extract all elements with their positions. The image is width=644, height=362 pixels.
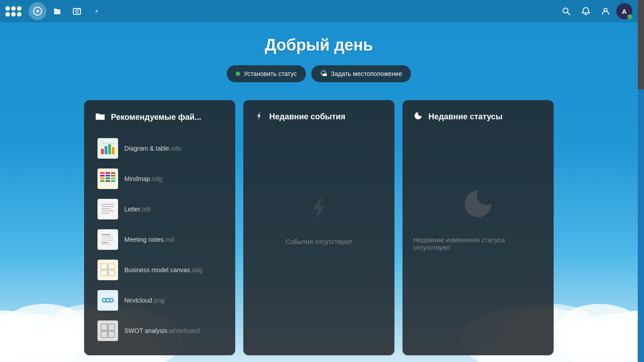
logo-dot-5 <box>11 12 16 17</box>
file-item-meeting[interactable]: Meeting notes.md <box>95 226 225 253</box>
file-thumb-swot <box>97 320 118 341</box>
contacts-btn[interactable] <box>597 2 614 20</box>
file-name-business: Business model canvas.odg <box>124 266 202 274</box>
svg-rect-24 <box>108 144 111 154</box>
file-item-letter[interactable]: Letter.odt <box>95 195 225 223</box>
logo-dot-4 <box>5 12 10 17</box>
lightning-icon <box>254 111 264 123</box>
file-name-swot: SWOT analysis.whiteboard <box>124 327 200 334</box>
file-item-nextcloud[interactable]: Nextcloud.png <box>95 286 225 314</box>
events-header: Недавние события <box>254 111 384 123</box>
nav-files-btn[interactable] <box>48 2 66 20</box>
svg-rect-45 <box>102 213 110 214</box>
logo-dot-1 <box>5 6 10 11</box>
file-item-ods[interactable]: Diagram & table.ods <box>95 135 225 162</box>
nav-dashboard-btn[interactable] <box>29 2 47 20</box>
svg-rect-49 <box>102 238 113 239</box>
file-item-swot[interactable]: SWOT analysis.whiteboard <box>95 317 225 345</box>
logo[interactable] <box>5 6 21 17</box>
search-icon <box>562 7 571 16</box>
recommended-header: Рекомендуемые фай... <box>95 111 225 124</box>
svg-rect-67 <box>99 322 116 339</box>
nav-photos-btn[interactable] <box>68 2 86 20</box>
svg-point-16 <box>79 9 80 10</box>
file-ext-swot: .whiteboard <box>167 327 199 334</box>
svg-rect-46 <box>99 231 116 248</box>
file-ext-business: .odg <box>190 266 202 274</box>
logo-dot-3 <box>17 6 21 11</box>
events-empty-text: События отсутствуют <box>285 238 352 245</box>
status-buttons-group: Установить статус 🌤 Задать местоположени… <box>227 65 411 82</box>
svg-rect-43 <box>102 208 111 209</box>
nav-icons <box>29 2 106 20</box>
file-ext-letter: .odt <box>140 206 150 213</box>
recommended-files-card: Рекомендуемые фай... <box>84 100 235 355</box>
svg-rect-30 <box>100 177 105 179</box>
svg-point-13 <box>36 10 39 13</box>
file-name-meeting: Meeting notes.md <box>124 236 174 243</box>
file-ext-meeting: .md <box>164 236 174 243</box>
nav-right: A <box>557 2 632 20</box>
cards-row: Рекомендуемые фай... <box>84 100 554 355</box>
statuses-title: Недавние статусы <box>428 112 503 122</box>
folder-icon <box>95 111 106 124</box>
activity-icon <box>92 7 101 16</box>
events-empty-icon <box>303 192 335 230</box>
moon-icon <box>413 111 423 123</box>
file-ext-nextcloud: .png <box>152 297 164 304</box>
scrollbar[interactable] <box>638 0 644 362</box>
main-content: Добрый день Установить статус 🌤 Задать м… <box>0 22 638 362</box>
svg-rect-38 <box>111 177 115 179</box>
set-status-label: Установить статус <box>244 70 297 77</box>
file-list: Diagram & table.ods <box>95 135 225 345</box>
svg-rect-52 <box>102 244 111 245</box>
logo-dots <box>5 6 21 17</box>
svg-point-65 <box>106 299 109 302</box>
svg-rect-41 <box>102 204 114 205</box>
set-location-button[interactable]: 🌤 Задать местоположение <box>311 65 411 82</box>
file-ext-mindmap: .odg <box>150 175 162 182</box>
svg-rect-31 <box>100 180 105 182</box>
svg-marker-17 <box>95 8 98 15</box>
svg-rect-50 <box>102 240 114 241</box>
svg-rect-28 <box>100 172 105 174</box>
statuses-empty-icon <box>460 186 496 228</box>
avatar[interactable]: A <box>616 3 632 19</box>
svg-rect-35 <box>106 180 110 182</box>
events-title: Недавние события <box>269 112 345 122</box>
set-status-button[interactable]: Установить статус <box>227 65 306 82</box>
svg-rect-48 <box>102 236 114 237</box>
file-thumb-meeting <box>97 229 118 250</box>
svg-rect-37 <box>111 175 115 177</box>
svg-point-66 <box>110 299 113 302</box>
file-item-mindmap[interactable]: Mindmap.odg <box>95 165 225 193</box>
svg-point-15 <box>76 10 78 13</box>
file-ext-ods: .ods <box>169 145 181 152</box>
file-item-business[interactable]: Business model canvas.odg <box>95 256 225 284</box>
events-empty-state: События отсутствуют <box>254 134 384 303</box>
svg-line-19 <box>568 13 570 15</box>
svg-rect-42 <box>102 206 114 207</box>
statuses-header: Недавние статусы <box>413 111 543 123</box>
svg-rect-51 <box>102 242 109 243</box>
nav-activity-btn[interactable] <box>88 2 106 20</box>
svg-rect-23 <box>105 146 107 154</box>
notifications-btn[interactable] <box>577 2 595 20</box>
dashboard-icon <box>33 7 42 16</box>
search-btn[interactable] <box>557 2 575 20</box>
svg-rect-34 <box>106 177 110 179</box>
svg-rect-44 <box>102 210 114 211</box>
sun-icon: 🌤 <box>320 70 327 78</box>
file-name-ods: Diagram & table.ods <box>124 145 181 152</box>
svg-rect-33 <box>106 175 110 177</box>
contacts-icon <box>601 7 610 16</box>
file-thumb-nextcloud <box>97 290 118 311</box>
file-thumb-ods <box>97 138 118 159</box>
recent-events-card: Недавние события События отсутствуют <box>243 100 394 355</box>
file-name-mindmap: Mindmap.odg <box>124 175 162 182</box>
set-location-label: Задать местоположение <box>331 70 402 77</box>
scrollbar-thumb[interactable] <box>638 0 644 89</box>
svg-rect-22 <box>101 149 104 154</box>
greeting-heading: Добрый день <box>265 36 373 55</box>
svg-rect-47 <box>102 234 110 235</box>
